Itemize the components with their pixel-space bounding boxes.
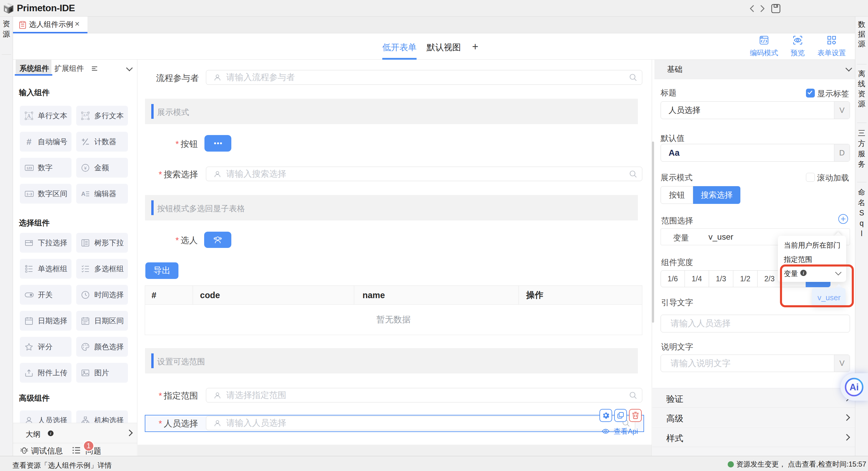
svg-text:1~3: 1~3 [27,192,32,196]
svg-text:i: i [50,431,52,436]
svg-text:A: A [83,113,86,117]
svg-text:123: 123 [27,166,32,170]
svg-text:A: A [81,191,85,197]
svg-text:¥: ¥ [84,165,87,170]
svg-text:A: A [27,113,31,119]
svg-text:Ai: Ai [850,382,859,392]
